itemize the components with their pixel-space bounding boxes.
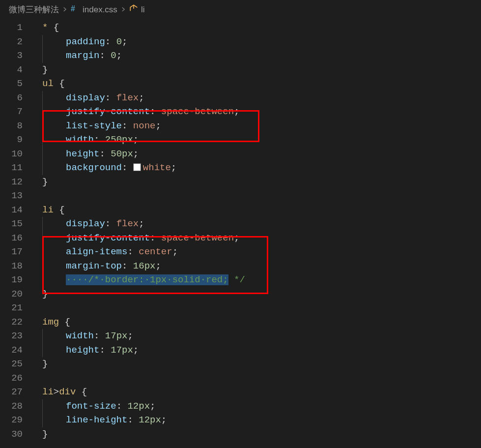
code-line[interactable]: margin: 0;	[33, 49, 481, 63]
color-swatch-icon[interactable]	[133, 163, 141, 171]
line-number: 4	[0, 63, 33, 77]
code-line[interactable]: }	[33, 357, 481, 371]
code-line[interactable]: background: white;	[33, 161, 481, 175]
token-brace: }	[42, 177, 48, 187]
line-number: 29	[0, 413, 33, 427]
code-line[interactable]	[33, 189, 481, 203]
token-brace: }	[42, 64, 48, 75]
breadcrumb-label: 微博三种解法	[9, 4, 59, 15]
line-number: 21	[0, 301, 33, 315]
token-sel: img	[42, 317, 65, 328]
token-val: center	[139, 246, 172, 257]
token-brace: {	[59, 78, 64, 89]
token-punct: ;	[139, 92, 144, 103]
token-brace: }	[42, 289, 48, 299]
token-val: flex	[116, 218, 139, 229]
token-brace: }	[42, 429, 48, 440]
token-brace: {	[54, 22, 59, 33]
token-punct: :	[150, 106, 161, 117]
breadcrumb-item-file[interactable]: # index.css	[71, 4, 117, 15]
code-line[interactable]: height: 17px;	[33, 343, 481, 358]
code-line[interactable]: display: flex;	[33, 217, 481, 231]
code-line[interactable]: width: 17px;	[33, 329, 481, 343]
token-sel: div	[59, 387, 82, 397]
token-prop: width	[66, 134, 94, 145]
token-brace: }	[42, 358, 48, 369]
line-number-gutter: 1234567891011121314151617181920212223242…	[0, 20, 33, 448]
token-prop: margin	[66, 50, 99, 61]
code-editor[interactable]: 1234567891011121314151617181920212223242…	[0, 20, 481, 448]
code-line[interactable]: font-size: 12px;	[33, 399, 481, 414]
breadcrumb-item-symbol[interactable]: li	[129, 4, 145, 15]
token-punct: :	[150, 233, 161, 243]
token-punct: :	[99, 50, 111, 61]
code-line[interactable]: }	[33, 287, 481, 301]
token-prop: justify-content	[66, 106, 150, 117]
code-line[interactable]: justify-content: space-between;	[33, 105, 481, 119]
token-prop: width	[66, 330, 94, 341]
code-area[interactable]: * {padding: 0;margin: 0;}ul {display: fl…	[33, 20, 481, 448]
line-number: 9	[0, 133, 33, 147]
code-line[interactable]: padding: 0;	[33, 35, 481, 49]
token-punct: ;	[234, 233, 239, 243]
code-line[interactable]: ····/*·border:·1px·solid·red; */	[33, 273, 481, 287]
code-line[interactable]: margin-top: 16px;	[33, 259, 481, 273]
token-prop: height	[66, 149, 99, 159]
token-num: 17px	[111, 345, 133, 356]
chevron-right-icon	[62, 5, 68, 15]
line-number: 22	[0, 315, 33, 329]
line-number: 11	[0, 161, 33, 175]
code-line[interactable]	[33, 301, 481, 315]
token-punct: ;	[155, 120, 161, 131]
code-line[interactable]: display: flex;	[33, 91, 481, 105]
token-val: space-between	[161, 106, 234, 117]
code-line[interactable]: line-height: 12px;	[33, 413, 481, 427]
token-prop: line-height	[66, 415, 127, 425]
code-line[interactable]: }	[33, 175, 481, 189]
token-punct: :	[122, 162, 133, 173]
code-line[interactable]: list-style: none;	[33, 119, 481, 133]
vertical-scrollbar[interactable]	[474, 20, 481, 448]
line-number: 30	[0, 427, 33, 442]
code-line[interactable]: justify-content: space-between;	[33, 231, 481, 245]
token-num: 0	[116, 36, 122, 47]
line-number: 15	[0, 217, 33, 231]
code-line[interactable]: }	[33, 427, 481, 442]
line-number: 18	[0, 259, 33, 273]
token-prop: justify-content	[66, 233, 150, 243]
token-prop: display	[66, 92, 105, 103]
token-val: none	[133, 120, 156, 131]
token-punct: :	[99, 149, 111, 159]
line-number: 8	[0, 119, 33, 133]
token-sel: li	[42, 205, 59, 215]
svg-text:#: #	[71, 4, 75, 13]
token-punct: ;	[133, 345, 139, 356]
token-prop: margin-top	[66, 261, 122, 271]
token-punct: ;	[139, 218, 144, 229]
token-num: 12px	[139, 415, 161, 425]
line-number: 12	[0, 175, 33, 189]
token-prop: padding	[66, 36, 105, 47]
token-prop: list-style	[66, 120, 122, 131]
line-number: 3	[0, 49, 33, 63]
code-line[interactable]: img {	[33, 315, 481, 329]
token-punct: :	[116, 401, 128, 412]
code-line[interactable]	[33, 371, 481, 386]
code-line[interactable]: width: 250px;	[33, 133, 481, 147]
code-line[interactable]: }	[33, 63, 481, 77]
line-number: 20	[0, 287, 33, 301]
code-line[interactable]: height: 50px;	[33, 147, 481, 161]
code-line[interactable]: * {	[33, 21, 481, 35]
token-val: space-between	[161, 233, 234, 243]
breadcrumb-item-folder[interactable]: 微博三种解法	[9, 4, 59, 15]
token-punct: ;	[122, 36, 127, 47]
token-punct: ;	[172, 246, 178, 257]
code-line[interactable]: li {	[33, 203, 481, 217]
token-brace: {	[82, 387, 87, 397]
code-line[interactable]: ul {	[33, 77, 481, 91]
token-punct: :	[94, 134, 105, 145]
code-line[interactable]: li>div {	[33, 385, 481, 399]
token-sel: li	[42, 387, 54, 397]
token-punct: :	[105, 92, 116, 103]
code-line[interactable]: align-items: center;	[33, 245, 481, 259]
